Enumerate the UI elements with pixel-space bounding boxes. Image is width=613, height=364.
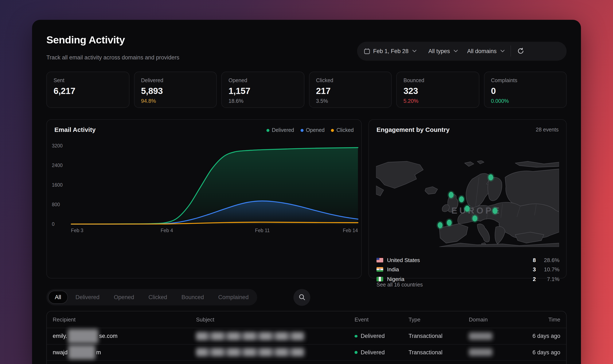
us-flag-icon bbox=[376, 258, 383, 262]
tab-complained[interactable]: Complained bbox=[212, 291, 255, 304]
subject-cell bbox=[190, 332, 349, 340]
activity-table: Recipient Subject Event Type Domain Time… bbox=[46, 311, 567, 364]
see-all-countries-link[interactable]: See all 16 countries bbox=[376, 282, 423, 288]
x-tick-label: Feb 3 bbox=[71, 228, 83, 233]
delivered-status-icon bbox=[355, 335, 357, 338]
stat-card-clicked: Clicked 217 3.5% bbox=[309, 72, 392, 108]
x-tick-label: Feb 11 bbox=[255, 228, 270, 233]
delivered-dot-icon bbox=[266, 129, 269, 132]
divider bbox=[511, 46, 511, 56]
legend-label: Opened bbox=[306, 127, 325, 133]
column-header-recipient: Recipient bbox=[47, 316, 190, 323]
event-label: Delivered bbox=[361, 349, 385, 356]
redacted-text bbox=[196, 348, 305, 357]
refresh-button[interactable] bbox=[517, 48, 524, 54]
country-card-title: Engagement by Country bbox=[376, 126, 450, 133]
y-tick-label: 800 bbox=[52, 202, 60, 207]
table-row[interactable]: nwajd m Delivered Transactional 6 days a… bbox=[47, 344, 566, 361]
stat-value: 1,157 bbox=[228, 86, 297, 96]
redacted-text bbox=[196, 332, 305, 340]
engagement-dot bbox=[459, 196, 464, 202]
event-label: Delivered bbox=[361, 333, 385, 339]
redacted-text bbox=[469, 349, 493, 356]
type-filter-label: All types bbox=[428, 48, 450, 54]
page-title: Sending Activity bbox=[46, 34, 125, 46]
page-subtitle: Track all email activity across domains … bbox=[46, 54, 179, 60]
country-name: Nigeria bbox=[387, 276, 533, 282]
domain-filter-label: All domains bbox=[467, 48, 497, 54]
domain-cell bbox=[463, 349, 519, 356]
y-axis-labels: 0800160024003200 bbox=[52, 143, 63, 227]
redacted-text bbox=[469, 332, 493, 340]
chart-legend: Delivered Opened Clicked bbox=[266, 127, 354, 133]
recipient-suffix: se.com bbox=[99, 333, 118, 339]
engagement-dot bbox=[449, 192, 453, 198]
stat-card-bounced: Bounced 323 5.20% bbox=[396, 72, 479, 108]
table-row-partial bbox=[47, 361, 566, 364]
tab-delivered[interactable]: Delivered bbox=[69, 291, 106, 304]
country-pct: 7.1% bbox=[542, 276, 560, 282]
recipient-cell: emily. se.com bbox=[47, 329, 190, 343]
country-name: India bbox=[387, 266, 533, 273]
chevron-down-icon bbox=[412, 50, 416, 52]
stat-card-opened: Opened 1,157 18.6% bbox=[221, 72, 304, 108]
redacted-text bbox=[68, 329, 98, 343]
y-tick-label: 3200 bbox=[52, 143, 63, 148]
engagement-dot bbox=[447, 220, 452, 226]
email-activity-chart: 0800160024003200 Feb 3Feb 4Feb 11Feb 14 bbox=[47, 137, 362, 238]
x-axis-labels: Feb 3Feb 4Feb 11Feb 14 bbox=[71, 228, 358, 233]
engagement-dot bbox=[488, 174, 493, 181]
country-count: 2 bbox=[533, 276, 536, 282]
refresh-icon bbox=[517, 48, 524, 54]
recipient-prefix: emily. bbox=[53, 333, 67, 339]
x-tick-label: Feb 14 bbox=[343, 228, 358, 233]
event-filter-row: All Delivered Opened Clicked Bounced Com… bbox=[46, 288, 257, 307]
chevron-down-icon bbox=[454, 50, 458, 52]
stat-value: 0 bbox=[491, 86, 560, 96]
legend-item-delivered: Delivered bbox=[266, 127, 294, 133]
table-header: Recipient Subject Event Type Domain Time bbox=[47, 311, 566, 328]
email-activity-card: Email Activity Delivered Opened Clicked bbox=[46, 119, 362, 278]
calendar-icon bbox=[364, 48, 370, 54]
stat-value: 6,217 bbox=[53, 86, 122, 96]
search-button[interactable] bbox=[293, 289, 310, 306]
domain-filter[interactable]: All domains bbox=[467, 48, 505, 54]
filter-bar: Feb 1, Feb 28 All types All domains bbox=[357, 41, 567, 60]
type-cell: Transactional bbox=[403, 349, 463, 356]
delivered-status-icon bbox=[355, 351, 357, 354]
india-flag-icon bbox=[376, 267, 383, 272]
event-cell: Delivered bbox=[349, 349, 403, 356]
stat-label: Complaints bbox=[491, 78, 560, 83]
type-filter[interactable]: All types bbox=[428, 48, 458, 54]
legend-label: Delivered bbox=[272, 127, 294, 133]
engagement-dot bbox=[465, 206, 470, 212]
legend-item-opened: Opened bbox=[300, 127, 325, 133]
tab-clicked[interactable]: Clicked bbox=[142, 291, 174, 304]
tab-bounced[interactable]: Bounced bbox=[175, 291, 211, 304]
stat-sub: 94.8% bbox=[141, 98, 210, 104]
engagement-dot bbox=[472, 216, 477, 221]
column-header-subject: Subject bbox=[190, 316, 349, 323]
country-row-india: India 3 10.7% bbox=[376, 265, 560, 274]
stat-sub: 5.20% bbox=[403, 98, 472, 104]
stat-label: Bounced bbox=[403, 78, 472, 83]
column-header-event: Event bbox=[349, 316, 403, 323]
country-pct: 28.6% bbox=[542, 257, 560, 263]
country-name: United States bbox=[387, 257, 533, 263]
time-cell: 6 days ago bbox=[519, 349, 566, 356]
dashboard-screen: Sending Activity Track all email activit… bbox=[0, 0, 613, 364]
stat-label: Delivered bbox=[141, 78, 210, 83]
country-count: 8 bbox=[533, 257, 536, 263]
engagement-by-country-card: Engagement by Country 28 events bbox=[369, 119, 567, 278]
stat-value: 5,893 bbox=[141, 86, 210, 96]
table-row[interactable]: emily. se.com Delivered Transactional 6 … bbox=[47, 328, 566, 344]
y-tick-label: 2400 bbox=[52, 163, 63, 168]
country-pct: 10.7% bbox=[542, 266, 560, 273]
recipient-cell: nwajd m bbox=[47, 345, 190, 360]
tab-all[interactable]: All bbox=[48, 291, 68, 304]
stat-label: Opened bbox=[228, 78, 297, 83]
stat-sub: 0.000% bbox=[491, 98, 560, 104]
date-range-picker[interactable]: Feb 1, Feb 28 bbox=[364, 48, 416, 54]
country-list: United States 8 28.6% India 3 10.7% bbox=[376, 255, 560, 284]
tab-opened[interactable]: Opened bbox=[107, 291, 141, 304]
